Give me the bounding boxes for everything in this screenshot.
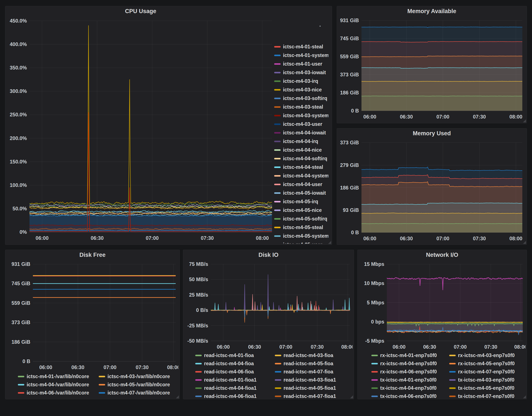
legend-item[interactable]: ictsc-m4-07-/var/lib/n0core <box>99 390 178 395</box>
svg-text:10 Mbps: 10 Mbps <box>364 281 384 286</box>
legend-item[interactable]: ictsc-m4-04-steal <box>274 163 328 171</box>
panel-resize-handle[interactable] <box>523 241 526 244</box>
legend-item[interactable]: ictsc-m4-03-/var/lib/n0core <box>99 374 178 379</box>
panel-title-cpu-usage[interactable]: CPU Usage <box>5 8 276 15</box>
legend-item[interactable]: read-ictsc-m4-04-fioa <box>195 361 273 366</box>
disk-io-chart[interactable]: 75 MB/s50 MB/s25 MB/s0 B/s-25 MB/s-50 MB… <box>184 260 352 351</box>
legend-item[interactable]: read-ictsc-m4-01-fioa1 <box>195 377 273 382</box>
legend-item-label: ictsc-m4-04-/var/lib/n0core <box>27 382 89 387</box>
legend-item[interactable]: rx-ictsc-m4-01-enp7s0f0 <box>371 353 447 358</box>
legend-item[interactable]: read-ictsc-m4-05-fioa1 <box>275 386 353 391</box>
panel-title-memory-used[interactable]: Memory Used <box>337 130 527 137</box>
svg-text:25 MB/s: 25 MB/s <box>189 292 208 298</box>
legend-item[interactable]: ictsc-m4-04-nice <box>274 146 328 154</box>
legend-item[interactable]: ictsc-m4-05-steal <box>274 223 328 232</box>
legend-item[interactable]: tx-ictsc-m4-01-enp7s0f0 <box>371 377 447 382</box>
legend-item[interactable]: ictsc-m4-01-system <box>274 51 328 59</box>
panel-resize-handle[interactable] <box>523 119 526 122</box>
panel-resize-handle[interactable] <box>176 395 179 398</box>
svg-text:08:00: 08:00 <box>509 114 522 120</box>
panel-memory-used: Memory Used 373 GiB279 GiB186 GiB93 GiB0… <box>337 128 527 245</box>
legend-item[interactable]: ictsc-m4-05-nice <box>274 206 328 214</box>
legend-item[interactable]: read-ictsc-m4-06-fioa1 <box>195 394 273 398</box>
legend-item[interactable]: ictsc-m4-03-steal <box>274 103 328 111</box>
legend-item[interactable]: ictsc-m4-03-user <box>274 120 328 128</box>
legend-item[interactable]: ictsc-m4-04-system <box>274 171 328 180</box>
legend-item[interactable]: ictsc-m4-04-irq <box>274 137 328 146</box>
svg-text:07:00: 07:00 <box>279 344 292 350</box>
cpu-usage-chart[interactable]: 450.0%400.0%350.0%300.0%250.0%200.0%150.… <box>7 17 275 242</box>
legend-item-label: tx-ictsc-m4-04-enp7s0f0 <box>380 385 437 391</box>
svg-text:08:00: 08:00 <box>341 344 352 350</box>
legend-item[interactable]: rx-ictsc-m4-04-enp7s0f0 <box>371 361 447 366</box>
legend-item[interactable]: ictsc-m4-03-system <box>274 111 328 120</box>
legend-item[interactable]: read-ictsc-m4-03-fioa <box>275 353 353 358</box>
legend-item[interactable]: read-ictsc-m4-03-fioa1 <box>275 377 353 382</box>
legend-item[interactable]: tx-ictsc-m4-03-enp7s0f0 <box>449 377 525 382</box>
legend-item[interactable]: ictsc-m4-05-user <box>274 240 328 244</box>
series-color-swatch <box>275 363 281 364</box>
legend-item[interactable]: ictsc-m4-05-iowait <box>274 189 328 197</box>
svg-text:06:00: 06:00 <box>363 236 376 241</box>
svg-text:07:30: 07:30 <box>484 344 497 350</box>
legend-item-label: ictsc-m4-04-steal <box>283 164 323 170</box>
legend-item[interactable]: ictsc-m4-04-softirq <box>274 154 328 163</box>
legend-item[interactable]: ictsc-m4-01-user <box>274 59 328 68</box>
panel-title-disk-free[interactable]: Disk Free <box>5 252 180 258</box>
memory-used-chart[interactable]: 373 GiB279 GiB186 GiB93 GiB0 B06:0006:30… <box>339 138 525 243</box>
legend-item[interactable]: ictsc-m4-03-iowait <box>274 68 328 77</box>
legend-item-label: read-ictsc-m4-07-fioa <box>284 369 333 375</box>
legend-item[interactable]: read-ictsc-m4-05-fioa <box>275 361 353 366</box>
panel-title-memory-available[interactable]: Memory Available <box>337 8 527 15</box>
memory-available-chart[interactable]: 931 GiB745 GiB559 GiB373 GiB186 GiB0 B06… <box>339 16 525 121</box>
svg-text:-50 MB/s: -50 MB/s <box>187 338 208 344</box>
legend-item-label: ictsc-m4-03-steal <box>283 104 323 110</box>
legend-item[interactable]: rx-ictsc-m4-06-enp7s0f0 <box>371 369 447 374</box>
legend-item[interactable]: read-ictsc-m4-06-fioa <box>195 369 273 374</box>
panel-title-disk-io[interactable]: Disk IO <box>183 252 354 258</box>
legend-item[interactable]: read-ictsc-m4-01-fioa <box>195 353 273 358</box>
legend-item[interactable]: ictsc-m4-04-iowait <box>274 128 328 137</box>
legend-item[interactable]: ictsc-m4-03-softirq <box>274 94 328 103</box>
legend-item[interactable]: rx-ictsc-m4-05-enp7s0f0 <box>449 361 525 366</box>
legend-item-label: read-ictsc-m4-01-fioa <box>204 353 254 358</box>
legend-item-label: ictsc-m4-03-nice <box>283 87 322 93</box>
series-color-swatch <box>274 98 281 99</box>
legend-item[interactable]: ictsc-m4-04-user <box>274 180 328 189</box>
panel-network-io: Network I/O 15 Mbps10 Mbps5 Mbps0 bps-5 … <box>357 250 527 399</box>
legend-item[interactable]: ictsc-m4-03-nice <box>274 85 328 94</box>
legend-item[interactable]: rx-ictsc-m4-07-enp7s0f0 <box>449 369 525 374</box>
svg-text:-25 MB/s: -25 MB/s <box>187 323 208 329</box>
legend-item[interactable]: tx-ictsc-m4-05-enp7s0f0 <box>449 386 525 391</box>
svg-text:07:00: 07:00 <box>436 114 449 120</box>
legend-item[interactable]: read-ictsc-m4-07-fioa <box>275 369 353 374</box>
legend-item[interactable]: ictsc-m4-01-/var/lib/n0core <box>18 374 97 379</box>
network-io-chart[interactable]: 15 Mbps10 Mbps5 Mbps0 bps-5 Mbps06:0006:… <box>359 260 525 351</box>
svg-text:200.0%: 200.0% <box>10 135 27 141</box>
legend-item[interactable]: ictsc-m4-06-/var/lib/n0core <box>18 390 97 395</box>
legend-item[interactable]: ictsc-m4-01-steal <box>274 42 328 51</box>
legend-item[interactable]: ictsc-m4-05-system <box>274 232 328 240</box>
panel-resize-handle[interactable] <box>350 395 353 398</box>
series-color-swatch <box>195 371 202 373</box>
legend-item[interactable]: ictsc-m4-03-irq <box>274 77 328 85</box>
legend-item[interactable]: tx-ictsc-m4-07-enp7s0f0 <box>449 394 525 398</box>
panel-resize-handle[interactable] <box>328 241 331 244</box>
legend-item[interactable]: tx-ictsc-m4-06-enp7s0f0 <box>371 394 447 398</box>
legend-item[interactable]: read-ictsc-m4-04-fioa1 <box>195 386 273 391</box>
legend-item[interactable]: ictsc-m4-05-softirq <box>274 214 328 223</box>
svg-text:06:00: 06:00 <box>217 344 230 350</box>
series-color-swatch <box>195 396 202 397</box>
legend-item[interactable]: read-ictsc-m4-07-fioa1 <box>275 394 353 398</box>
legend-item[interactable]: ictsc-m4-04-/var/lib/n0core <box>18 382 97 387</box>
disk-free-chart[interactable]: 931 GiB745 GiB559 GiB373 GiB186 GiB0 B06… <box>7 260 178 372</box>
legend-item[interactable]: tx-ictsc-m4-04-enp7s0f0 <box>371 386 447 391</box>
legend-item[interactable]: rx-ictsc-m4-03-enp7s0f0 <box>449 353 525 358</box>
panel-resize-handle[interactable] <box>523 395 526 398</box>
legend-item[interactable]: ictsc-m4-05-irq <box>274 197 328 206</box>
series-color-swatch <box>274 55 281 56</box>
svg-text:93 GiB: 93 GiB <box>343 207 359 213</box>
legend-item[interactable]: ictsc-m4-05-/var/lib/n0core <box>99 382 178 387</box>
panel-title-network-io[interactable]: Network I/O <box>358 252 527 258</box>
svg-text:07:00: 07:00 <box>436 236 449 241</box>
